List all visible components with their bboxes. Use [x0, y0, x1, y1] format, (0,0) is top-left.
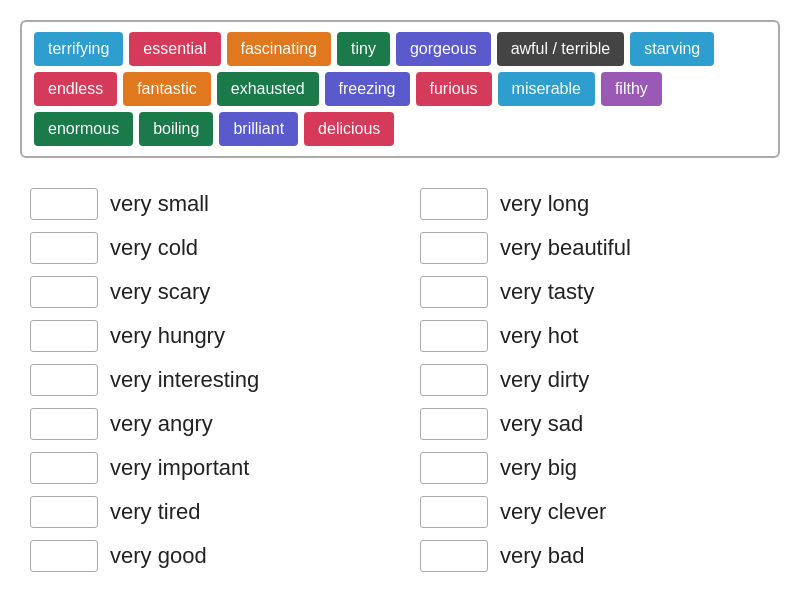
match-row-right: very dirty	[420, 358, 770, 402]
word-chip[interactable]: furious	[416, 72, 492, 106]
match-area: very smallvery longvery coldvery beautif…	[20, 182, 780, 578]
match-row-left: very good	[30, 534, 380, 578]
phrase-label: very big	[500, 455, 577, 481]
word-bank: terrifyingessentialfascinatingtinygorgeo…	[20, 20, 780, 158]
answer-box[interactable]	[30, 452, 98, 484]
answer-box[interactable]	[420, 540, 488, 572]
word-chip[interactable]: exhausted	[217, 72, 319, 106]
match-row-right: very long	[420, 182, 770, 226]
match-row-right: very tasty	[420, 270, 770, 314]
answer-box[interactable]	[30, 188, 98, 220]
match-row-right: very big	[420, 446, 770, 490]
answer-box[interactable]	[420, 232, 488, 264]
phrase-label: very interesting	[110, 367, 259, 393]
word-chip[interactable]: awful / terrible	[497, 32, 625, 66]
match-row-left: very small	[30, 182, 380, 226]
match-row-left: very important	[30, 446, 380, 490]
match-row-right: very sad	[420, 402, 770, 446]
word-chip[interactable]: miserable	[498, 72, 595, 106]
phrase-label: very beautiful	[500, 235, 631, 261]
answer-box[interactable]	[420, 276, 488, 308]
word-chip[interactable]: terrifying	[34, 32, 123, 66]
match-row-left: very scary	[30, 270, 380, 314]
word-chip[interactable]: starving	[630, 32, 714, 66]
phrase-label: very cold	[110, 235, 198, 261]
match-row-left: very hungry	[30, 314, 380, 358]
word-chip[interactable]: tiny	[337, 32, 390, 66]
answer-box[interactable]	[30, 276, 98, 308]
word-chip[interactable]: boiling	[139, 112, 213, 146]
phrase-label: very hungry	[110, 323, 225, 349]
match-row-right: very hot	[420, 314, 770, 358]
word-chip[interactable]: enormous	[34, 112, 133, 146]
answer-box[interactable]	[30, 540, 98, 572]
answer-box[interactable]	[30, 408, 98, 440]
answer-box[interactable]	[420, 188, 488, 220]
match-row-right: very clever	[420, 490, 770, 534]
phrase-label: very long	[500, 191, 589, 217]
answer-box[interactable]	[30, 320, 98, 352]
word-chip[interactable]: fantastic	[123, 72, 211, 106]
match-row-left: very tired	[30, 490, 380, 534]
match-row-left: very interesting	[30, 358, 380, 402]
word-chip[interactable]: delicious	[304, 112, 394, 146]
match-row-left: very cold	[30, 226, 380, 270]
answer-box[interactable]	[30, 232, 98, 264]
phrase-label: very hot	[500, 323, 578, 349]
phrase-label: very good	[110, 543, 207, 569]
phrase-label: very angry	[110, 411, 213, 437]
word-chip[interactable]: endless	[34, 72, 117, 106]
phrase-label: very dirty	[500, 367, 589, 393]
word-chip[interactable]: freezing	[325, 72, 410, 106]
phrase-label: very scary	[110, 279, 210, 305]
phrase-label: very tired	[110, 499, 200, 525]
phrase-label: very clever	[500, 499, 606, 525]
phrase-label: very sad	[500, 411, 583, 437]
word-chip[interactable]: fascinating	[227, 32, 332, 66]
answer-box[interactable]	[420, 364, 488, 396]
answer-box[interactable]	[30, 496, 98, 528]
phrase-label: very bad	[500, 543, 584, 569]
word-chip[interactable]: filthy	[601, 72, 662, 106]
word-chip[interactable]: gorgeous	[396, 32, 491, 66]
word-chip[interactable]: essential	[129, 32, 220, 66]
answer-box[interactable]	[420, 408, 488, 440]
phrase-label: very tasty	[500, 279, 594, 305]
answer-box[interactable]	[420, 496, 488, 528]
answer-box[interactable]	[420, 320, 488, 352]
answer-box[interactable]	[420, 452, 488, 484]
word-chip[interactable]: brilliant	[219, 112, 298, 146]
phrase-label: very small	[110, 191, 209, 217]
match-row-right: very bad	[420, 534, 770, 578]
answer-box[interactable]	[30, 364, 98, 396]
phrase-label: very important	[110, 455, 249, 481]
match-row-left: very angry	[30, 402, 380, 446]
match-row-right: very beautiful	[420, 226, 770, 270]
